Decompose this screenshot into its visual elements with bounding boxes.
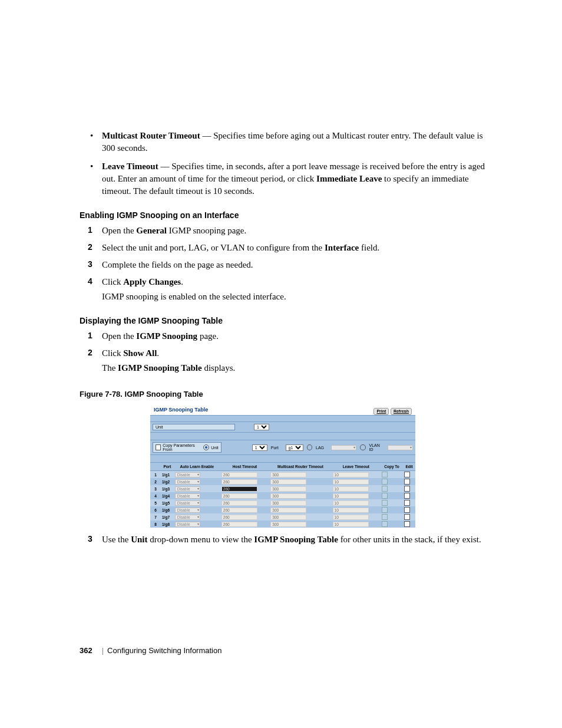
cell-copy-to [381, 485, 403, 492]
edit-checkbox[interactable] [404, 507, 410, 513]
mrt-input[interactable]: 300 [270, 472, 306, 477]
table-row: 61/g6Disable26030010 [150, 506, 415, 513]
row-index: 5 [150, 499, 161, 506]
cell-host-timeout: 260 [220, 471, 270, 479]
host-timeout-input[interactable]: 260 [222, 472, 257, 477]
auto-learn-select[interactable]: Disable [175, 500, 200, 506]
cell-mrt: 300 [269, 499, 331, 506]
lag-label: LAG [316, 446, 324, 450]
leave-timeout-input[interactable]: 10 [333, 508, 369, 513]
cell-copy-to [381, 506, 403, 513]
cell-auto-learn: Disable [174, 492, 220, 499]
host-timeout-input[interactable]: 260 [222, 500, 257, 506]
row-index: 4 [150, 492, 161, 499]
cell-edit [403, 471, 415, 479]
leave-timeout-input[interactable]: 10 [333, 486, 369, 492]
host-timeout-input[interactable]: 260 [222, 508, 257, 513]
leave-timeout-input[interactable]: 10 [333, 522, 369, 527]
port-select[interactable]: g1 [286, 444, 303, 451]
edit-checkbox[interactable] [404, 486, 410, 492]
mrt-input[interactable]: 300 [270, 493, 306, 499]
unit-select[interactable]: 1 [254, 424, 269, 430]
auto-learn-select[interactable]: Disable [175, 515, 200, 520]
copy-to-checkbox[interactable] [382, 507, 388, 513]
host-timeout-input[interactable]: 260 [222, 479, 257, 485]
col-copy-to: Copy To [381, 463, 403, 471]
bullet-leave-timeout: Leave Timeout — Specifies time, in secon… [80, 160, 491, 197]
copy-params-checkbox[interactable] [156, 444, 161, 450]
cell-host-timeout: 260 [220, 521, 270, 528]
copy-to-checkbox[interactable] [382, 493, 388, 499]
auto-learn-select[interactable]: Disable [175, 493, 200, 499]
bullet-term: Leave Timeout [102, 162, 158, 171]
radio-vlan[interactable] [360, 444, 365, 450]
table-row: 51/g5Disable26030010 [150, 499, 415, 506]
snooping-table: Port Auto Learn Enable Host Timeout Mult… [150, 462, 415, 528]
mrt-input[interactable]: 300 [270, 479, 306, 485]
mrt-input[interactable]: 300 [270, 500, 306, 506]
steps-after-figure: 3Use the Unit drop-down menu to view the… [80, 533, 491, 546]
host-timeout-input[interactable]: 260 [222, 493, 257, 499]
cell-copy-to [381, 513, 403, 521]
auto-learn-select[interactable]: Disable [175, 486, 200, 492]
copy-to-checkbox[interactable] [382, 472, 388, 477]
cell-port: 1/g4 [161, 492, 174, 499]
auto-learn-select[interactable]: Disable [175, 472, 200, 477]
radio-lag[interactable] [307, 444, 312, 450]
edit-checkbox[interactable] [404, 472, 410, 477]
auto-learn-select[interactable]: Disable [175, 508, 200, 513]
leave-timeout-input[interactable]: 10 [333, 493, 369, 499]
copy-to-checkbox[interactable] [382, 486, 388, 492]
mrt-input[interactable]: 300 [270, 515, 306, 520]
mrt-input[interactable]: 300 [270, 508, 306, 513]
row-index: 7 [150, 513, 161, 521]
step: 1Open the IGMP Snooping page. [80, 330, 491, 342]
host-timeout-input[interactable]: 260 [222, 522, 257, 527]
mrt-input[interactable]: 300 [270, 486, 306, 492]
edit-checkbox[interactable] [404, 500, 410, 506]
screenshot-title-bar: IGMP Snooping Table Print Refresh [150, 404, 415, 415]
cpf-unit-select[interactable]: 1 [252, 444, 267, 451]
cell-leave-timeout: 10 [332, 521, 381, 528]
cell-edit [403, 485, 415, 492]
col-port: Port [161, 463, 174, 471]
cell-mrt: 300 [269, 521, 331, 528]
step: 4Click Apply Changes. IGMP snooping is e… [80, 276, 491, 303]
cell-copy-to [381, 471, 403, 479]
cell-host-timeout: 260 [220, 478, 270, 485]
cell-mrt: 300 [269, 492, 331, 499]
copy-to-checkbox[interactable] [382, 514, 388, 520]
host-timeout-input[interactable]: 260 [222, 515, 257, 520]
copy-to-checkbox[interactable] [382, 521, 388, 527]
cell-port: 1/g2 [161, 478, 174, 485]
cell-mrt: 300 [269, 471, 331, 479]
copy-to-checkbox[interactable] [382, 479, 388, 485]
leave-timeout-input[interactable]: 10 [333, 515, 369, 520]
cell-leave-timeout: 10 [332, 471, 381, 479]
auto-learn-select[interactable]: Disable [175, 479, 200, 485]
host-timeout-input[interactable]: 260 [222, 486, 257, 492]
edit-checkbox[interactable] [404, 521, 410, 527]
radio-unit[interactable] [203, 444, 209, 450]
table-row: 41/g4Disable26030010 [150, 492, 415, 499]
edit-checkbox[interactable] [404, 479, 410, 485]
mrt-input[interactable]: 300 [270, 522, 306, 527]
print-button[interactable]: Print [373, 408, 389, 415]
step: 2Select the unit and port, LAG, or VLAN … [80, 242, 491, 254]
edit-checkbox[interactable] [404, 493, 410, 499]
cell-port: 1/g5 [161, 499, 174, 506]
leave-timeout-input[interactable]: 10 [333, 500, 369, 506]
footer-section: Configuring Switching Information [107, 646, 222, 655]
cell-host-timeout: 260 [220, 492, 270, 499]
table-row: 81/g8Disable26030010 [150, 521, 415, 528]
auto-learn-select[interactable]: Disable [175, 522, 200, 527]
row-index: 1 [150, 471, 161, 479]
leave-timeout-input[interactable]: 10 [333, 479, 369, 485]
cell-leave-timeout: 10 [332, 485, 381, 492]
unit-row: Unit 1 [150, 421, 415, 432]
leave-timeout-input[interactable]: 10 [333, 472, 369, 477]
cell-mrt: 300 [269, 485, 331, 492]
edit-checkbox[interactable] [404, 514, 410, 520]
refresh-button[interactable]: Refresh [391, 408, 412, 415]
copy-to-checkbox[interactable] [382, 500, 388, 506]
